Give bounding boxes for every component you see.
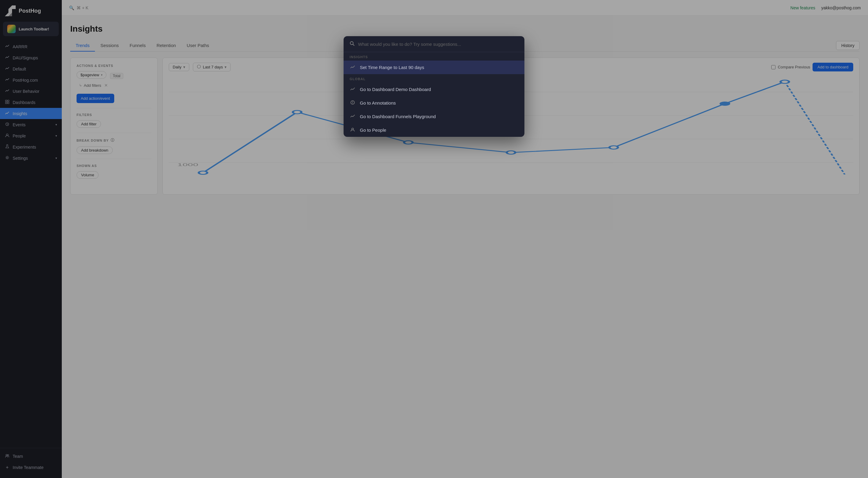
annotation-icon <box>350 100 355 106</box>
cmd-item-text-time-range: Set Time Range to Last 90 days <box>360 65 424 70</box>
cmd-item-go-to-people[interactable]: Go to People <box>344 123 524 137</box>
cmd-item-dashboard-demo[interactable]: Go to Dashboard Demo Dashboard <box>344 83 524 96</box>
command-palette-overlay[interactable]: INSIGHTS Set Time Range to Last 90 days … <box>0 0 868 478</box>
funnels-icon <box>350 114 355 119</box>
command-search-row <box>344 36 524 52</box>
svg-point-30 <box>352 103 353 104</box>
cmd-item-text-dashboard-demo: Go to Dashboard Demo Dashboard <box>360 87 431 92</box>
cmd-item-set-time-range[interactable]: Set Time Range to Last 90 days <box>344 61 524 74</box>
cmd-section-global: GLOBAL <box>344 74 524 83</box>
svg-point-31 <box>352 128 353 130</box>
cmd-section-insights: INSIGHTS <box>344 52 524 61</box>
cmd-item-text-annotations: Go to Annotations <box>360 100 396 105</box>
svg-line-27 <box>353 44 354 45</box>
command-search-icon <box>350 41 354 47</box>
chart-icon <box>350 87 355 92</box>
command-palette: INSIGHTS Set Time Range to Last 90 days … <box>344 36 524 137</box>
cmd-item-annotations[interactable]: Go to Annotations <box>344 96 524 110</box>
person-icon <box>350 127 355 133</box>
command-search-input[interactable] <box>358 41 518 47</box>
cmd-item-text-funnels: Go to Dashboard Funnels Playground <box>360 114 436 119</box>
cmd-item-funnels-playground[interactable]: Go to Dashboard Funnels Playground <box>344 110 524 123</box>
trend-icon <box>350 64 355 70</box>
cmd-item-text-people: Go to People <box>360 127 386 133</box>
